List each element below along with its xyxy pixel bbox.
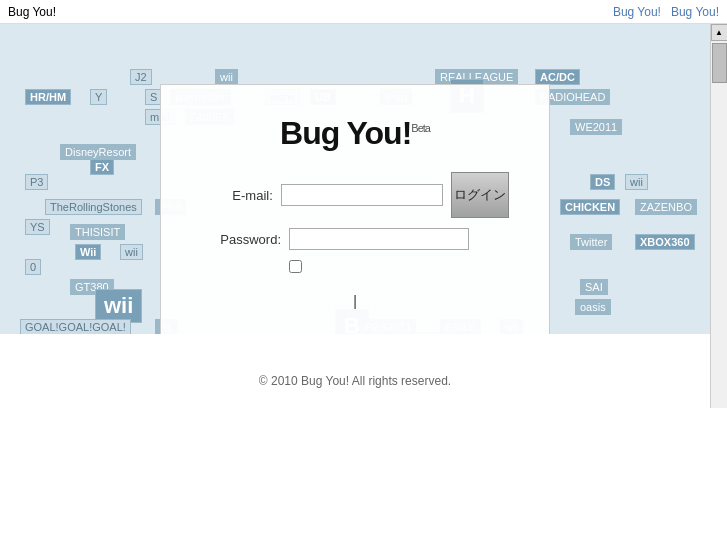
login-modal: Bug You!Beta E-mail: ログイン Password: | xyxy=(160,84,550,334)
tag-item[interactable]: YS xyxy=(25,219,50,235)
tag-item[interactable]: WE2011 xyxy=(570,119,622,135)
tag-item[interactable]: HR/HM xyxy=(25,89,71,105)
scrollbar-up-button[interactable]: ▲ xyxy=(711,24,728,41)
tag-item[interactable]: DS xyxy=(590,174,615,190)
tag-item[interactable]: Twitter xyxy=(570,234,612,250)
tag-item[interactable]: P3 xyxy=(25,174,48,190)
password-label: Password: xyxy=(201,232,281,247)
tag-item[interactable]: wii xyxy=(120,244,143,260)
navbar-links: Bug You! Bug You! xyxy=(613,5,719,19)
copyright-text: © 2010 Bug You! All rights reserved. xyxy=(259,374,451,388)
tag-item[interactable]: AC/DC xyxy=(535,69,580,85)
tag-item[interactable]: CHICKEN xyxy=(560,199,620,215)
remember-row xyxy=(289,260,509,273)
tag-item[interactable]: wii xyxy=(625,174,648,190)
tag-cloud-background: Bug You!Beta E-mail: ログイン Password: | J xyxy=(0,24,710,334)
email-input[interactable] xyxy=(281,184,444,206)
logo-bugyou: Bug You! xyxy=(280,115,411,151)
tag-item[interactable]: 0 xyxy=(25,259,41,275)
tag-item[interactable]: SAI xyxy=(580,279,608,295)
cursor-line: | xyxy=(201,293,509,309)
password-input[interactable] xyxy=(289,228,469,250)
tag-item[interactable]: XBOX360 xyxy=(635,234,695,250)
nav-link-1[interactable]: Bug You! xyxy=(613,5,661,19)
password-row: Password: xyxy=(201,228,509,250)
navbar-brand: Bug You! xyxy=(8,5,56,19)
email-row: E-mail: ログイン xyxy=(201,172,509,218)
nav-link-2[interactable]: Bug You! xyxy=(671,5,719,19)
email-label: E-mail: xyxy=(201,188,273,203)
tag-item[interactable]: wii xyxy=(215,69,238,85)
logo-text: Bug You!Beta xyxy=(280,115,430,151)
tag-item[interactable]: DisneyResort xyxy=(60,144,136,160)
scrollbar-thumb[interactable] xyxy=(712,43,727,83)
tag-item[interactable]: Y xyxy=(90,89,107,105)
tag-item[interactable]: GOAL!GOAL!GOAL! xyxy=(20,319,131,334)
scrollbar-track: ▲ xyxy=(710,24,727,408)
beta-badge: Beta xyxy=(411,122,430,134)
remember-checkbox[interactable] xyxy=(289,260,302,273)
tag-item[interactable]: Wii xyxy=(75,244,101,260)
tag-item[interactable]: wii xyxy=(95,289,142,323)
tag-item[interactable]: J2 xyxy=(130,69,152,85)
tag-item[interactable]: ZAZENBO xyxy=(635,199,697,215)
tag-item[interactable]: TheRollingStones xyxy=(45,199,142,215)
tag-item[interactable]: THISISIT xyxy=(70,224,125,240)
navbar: Bug You! Bug You! Bug You! xyxy=(0,0,727,24)
tag-item[interactable]: FX xyxy=(90,159,114,175)
tag-item[interactable]: oasis xyxy=(575,299,611,315)
footer: © 2010 Bug You! All rights reserved. xyxy=(0,334,710,408)
logo-area: Bug You!Beta xyxy=(201,115,509,152)
login-button[interactable]: ログイン xyxy=(451,172,509,218)
